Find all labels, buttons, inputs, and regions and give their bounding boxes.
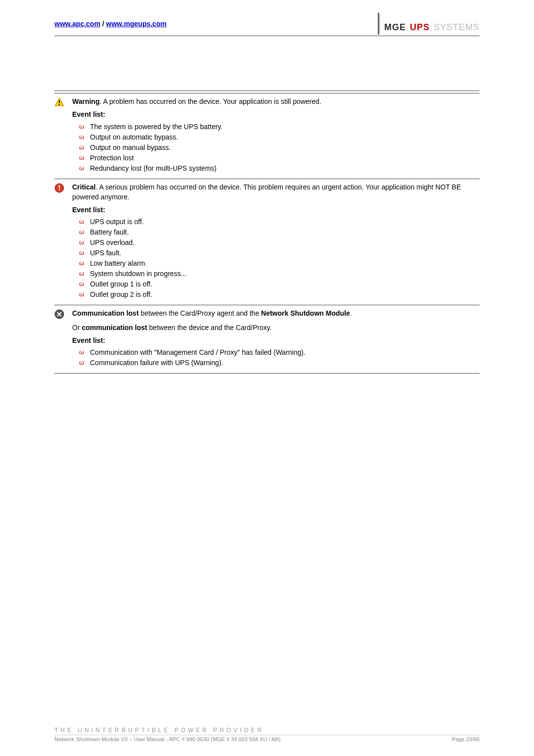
communication-event-list: Communication with "Management Card / Pr… [72,347,480,368]
critical-section: Critical. A serious problem has occurred… [54,181,480,303]
footer-page-number: Page 23/66 [452,736,480,742]
list-item: Protection lost [79,153,480,163]
list-item: Outlet group 2 is off. [79,289,480,300]
critical-text: Critical. A serious problem has occurred… [72,182,480,202]
list-item: UPS fault. [79,248,480,258]
brand-mge: MGE [384,22,406,33]
svg-rect-4 [59,185,60,189]
brand-ups: UPS [410,22,430,33]
communication-event-heading: Event list: [72,335,480,345]
divider [54,179,480,179]
list-item: The system is powered by the UPS battery… [79,122,480,132]
link-apc[interactable]: www.apc.com [54,20,100,28]
divider [54,305,480,305]
list-item: UPS overload. [79,237,480,248]
header-links: www.apc.com / www.mgeups.com [54,20,167,28]
svg-rect-2 [59,104,60,105]
svg-rect-1 [59,100,60,103]
warning-text: Warning. A problem has occurred on the d… [72,96,480,106]
list-item: Low battery alarm. [79,258,480,269]
warning-event-heading: Event list: [72,109,480,119]
link-separator: / [100,20,106,28]
warning-event-list: The system is powered by the UPS battery… [72,122,480,174]
page-footer: THE UNINTERRUPTIBLE POWER PROVIDER Netwo… [54,727,480,742]
communication-section: Communication lost between the Card/Prox… [54,307,480,371]
list-item: Battery fault. [79,227,480,237]
communication-text-2: Or communication lost between the device… [72,323,480,332]
list-item: UPS output is off. [79,217,480,227]
list-item: Outlet group 1 is off. [79,279,480,289]
divider-double [54,91,480,94]
communication-text-1: Communication lost between the Card/Prox… [72,308,480,318]
footer-tagline: THE UNINTERRUPTIBLE POWER PROVIDER [54,727,480,735]
link-mgeups[interactable]: www.mgeups.com [106,20,167,28]
critical-event-list: UPS output is off. Battery fault. UPS ov… [72,217,480,300]
page-header: www.apc.com / www.mgeups.com MGE UPS SYS… [54,20,480,36]
warning-icon [54,96,72,108]
brand-systems: SYSTEMS [434,22,480,33]
critical-icon [54,182,72,194]
list-item: Communication with "Management Card / Pr… [79,347,480,358]
warning-section: Warning. A problem has occurred on the d… [54,95,480,177]
list-item: Redundancy lost (for multi-UPS systems) [79,163,480,174]
brand-bar [378,13,379,35]
critical-event-heading: Event list: [72,205,480,215]
list-item: System shutdown in progress... [79,269,480,279]
list-item: Output on manual bypass. [79,142,480,153]
brand-logo: MGE UPS SYSTEMS [378,20,480,35]
footer-docinfo: Network Shutdown Module V3 – User Manual… [54,736,280,742]
content-body: Warning. A problem has occurred on the d… [54,91,480,374]
svg-rect-5 [59,189,60,190]
communication-lost-icon [54,308,72,321]
list-item: Communication failure with UPS (Warning)… [79,358,480,368]
divider [54,373,480,374]
list-item: Output on automatic bypass. [79,132,480,142]
